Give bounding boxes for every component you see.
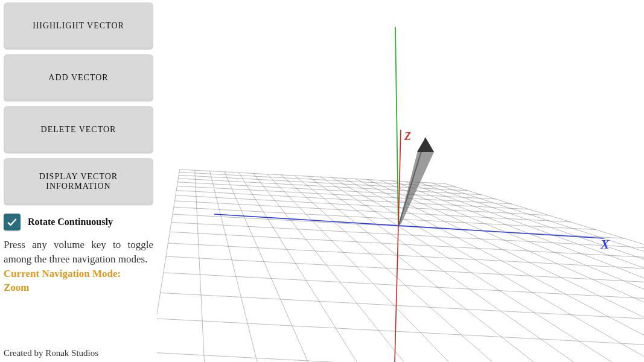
- svg-marker-44: [417, 138, 434, 152]
- svg-line-28: [281, 174, 643, 362]
- button-label: DELETE VECTOR: [41, 125, 116, 135]
- svg-line-7: [168, 243, 644, 274]
- add-vector-button[interactable]: ADD VECTOR: [4, 54, 153, 101]
- z-axis-down: [395, 226, 398, 362]
- y-axis: [395, 27, 398, 226]
- grid-plane: [157, 170, 644, 362]
- navigation-mode-label: Current Navigation Mode:: [4, 267, 153, 281]
- rotate-continuously-label: Rotate Continuously: [28, 217, 113, 227]
- svg-line-17: [178, 179, 481, 195]
- z-axis-label: Z: [404, 130, 411, 142]
- app-root: HIGHLIGHT VECTOR ADD VECTOR DELETE VECTO…: [0, 0, 644, 362]
- navigation-hint: Press any volume key to toggle among the…: [4, 238, 153, 267]
- credit-text: Created by Ronak Studios: [4, 348, 153, 358]
- svg-line-22: [195, 170, 210, 362]
- svg-line-30: [307, 176, 644, 362]
- 3d-viewport[interactable]: X Z: [157, 0, 644, 362]
- delete-vector-button[interactable]: DELETE VECTOR: [4, 106, 153, 153]
- rotate-continuously-checkbox[interactable]: [4, 214, 21, 230]
- navigation-mode-value: Zoom: [4, 281, 153, 295]
- svg-line-2: [157, 352, 644, 362]
- 3d-scene: X Z: [157, 0, 644, 362]
- svg-line-36: [380, 180, 644, 362]
- button-label: HIGHLIGHT VECTOR: [33, 21, 124, 31]
- x-axis: [214, 214, 604, 238]
- svg-line-21: [157, 170, 180, 362]
- highlight-vector-button[interactable]: HIGHLIGHT VECTOR: [4, 2, 153, 49]
- svg-line-38: [405, 182, 644, 362]
- svg-line-39: [418, 182, 644, 362]
- x-axis-label: X: [600, 237, 610, 252]
- button-label: ADD VECTOR: [48, 73, 108, 83]
- svg-line-32: [331, 177, 644, 362]
- z-axis-up: [398, 130, 401, 226]
- button-label: DISPLAY VECTOR INFORMATION: [7, 172, 150, 191]
- vector-arrow: [398, 138, 434, 226]
- svg-line-27: [267, 174, 574, 362]
- display-vector-info-button[interactable]: DISPLAY VECTOR INFORMATION: [4, 158, 153, 205]
- svg-line-24: [225, 171, 360, 362]
- check-icon: [6, 216, 18, 228]
- sidebar: HIGHLIGHT VECTOR ADD VECTOR DELETE VECTO…: [0, 0, 157, 362]
- svg-line-25: [239, 173, 433, 362]
- svg-line-3: [157, 319, 644, 362]
- rotate-continuously-row: Rotate Continuously: [4, 214, 153, 230]
